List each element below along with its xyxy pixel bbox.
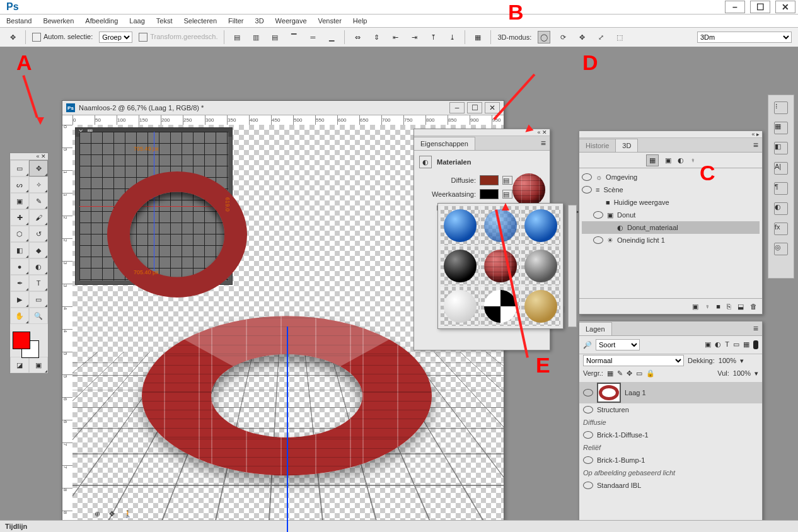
lock-position-icon[interactable]: ✥ (627, 369, 632, 378)
material-blue-shiny[interactable] (521, 206, 560, 245)
distribute-v-icon[interactable]: ⇕ (370, 31, 383, 43)
vis-env[interactable] (582, 173, 592, 181)
align-top-icon[interactable]: ▔ (287, 31, 300, 43)
lasso-tool[interactable]: ᔕ (10, 176, 29, 193)
filter-toggle[interactable] (753, 340, 758, 349)
diffuse-swatch[interactable] (480, 175, 499, 185)
layer1-thumb[interactable] (597, 383, 621, 403)
auto-align-icon[interactable]: ▦ (471, 31, 484, 43)
vis-structures[interactable] (583, 406, 593, 413)
window-close[interactable]: ✕ (775, 1, 795, 13)
blend-mode-select[interactable]: Normaal (583, 355, 684, 366)
distribute-left-icon[interactable]: ⇤ (389, 31, 402, 43)
menu-filter[interactable]: Filter (228, 17, 243, 25)
reflection-swatch[interactable] (480, 189, 499, 199)
color-swatch[interactable] (10, 329, 45, 357)
quick-select-tool[interactable]: ✧ (29, 176, 48, 193)
dock-character-icon[interactable]: A| (774, 162, 788, 175)
tex1-name[interactable]: Brick-1-Diffuse-1 (597, 431, 649, 439)
material-blue-plastic[interactable] (441, 206, 480, 245)
heal-tool[interactable]: ✚ (10, 209, 29, 226)
foreground-color[interactable] (13, 332, 30, 349)
quickmask-toggle[interactable]: ◪ (10, 357, 29, 373)
structures-label[interactable]: Structuren (597, 406, 629, 413)
filter-pixel-icon[interactable]: ▣ (705, 340, 711, 349)
menu-3d[interactable]: 3D (255, 17, 264, 25)
tree-light[interactable]: Oneindig licht 1 (617, 236, 665, 244)
align-middle-icon[interactable]: ═ (306, 31, 319, 43)
workspace-select[interactable]: 3Dm (697, 32, 792, 43)
material-white[interactable] (441, 287, 480, 326)
panel-menu-icon[interactable]: ≡ (537, 138, 550, 148)
lock-paint-icon[interactable]: ✎ (617, 369, 623, 378)
tree-mesh[interactable]: Donut (617, 211, 635, 219)
filter-all-icon[interactable]: ▦ (646, 154, 659, 166)
ruler-vertical[interactable]: 05112233445566778899 (62, 125, 73, 532)
menu-weergave[interactable]: Weergave (275, 17, 307, 25)
menu-bestand[interactable]: Bestand (6, 17, 32, 25)
3d-camera-pan-icon[interactable]: ✥ (109, 510, 115, 518)
menu-help[interactable]: Help (353, 17, 367, 25)
vis-light[interactable] (593, 236, 603, 244)
tree-material[interactable]: Donut_materiaal (627, 224, 678, 231)
dock-styles-icon[interactable]: fx (774, 223, 788, 235)
diffuse-texture-icon[interactable]: ▤ (502, 176, 512, 185)
align-right-icon[interactable]: ▤ (269, 31, 281, 43)
layer-filter-type[interactable]: Soort (596, 339, 640, 350)
3d-camera-orbit-icon[interactable]: ⊕ (95, 510, 100, 518)
type-tool[interactable]: T (29, 275, 48, 291)
menu-tekst[interactable]: Tekst (156, 17, 173, 25)
3d-trash-icon[interactable]: 🗑 (750, 303, 757, 310)
tree-env[interactable]: Omgeving (606, 173, 637, 181)
tex2-name[interactable]: Brick-1-Bump-1 (597, 456, 645, 464)
lock-artboard-icon[interactable]: ▭ (636, 369, 642, 378)
brush-tool[interactable]: 🖌 (29, 209, 48, 226)
layer-opacity-value[interactable]: 100% (719, 357, 736, 364)
menu-laag[interactable]: Laag (129, 17, 144, 25)
material-grey[interactable] (521, 246, 560, 286)
stamp-tool[interactable]: ⬡ (10, 226, 29, 242)
3d-pan-icon[interactable]: ✥ (575, 31, 588, 43)
doc-minimize[interactable]: – (449, 102, 465, 113)
ibl-name[interactable]: Standaard IBL (597, 482, 641, 489)
menu-bewerken[interactable]: Bewerken (43, 17, 74, 25)
pen-tool[interactable]: ✒ (10, 275, 29, 291)
secondary-3d-view[interactable]: ✕▦ 705.40 px 705.40 px 619.0 (75, 127, 233, 285)
doc-maximize[interactable]: ☐ (467, 102, 482, 113)
dock-paragraph-icon[interactable]: ¶ (774, 182, 788, 195)
vis-ibl[interactable] (583, 482, 593, 489)
dodge-tool[interactable]: ◐ (29, 258, 48, 275)
crop-tool[interactable]: ▣ (10, 193, 29, 209)
dock-brushes-icon[interactable]: ⫶ (774, 101, 788, 114)
3d-camera-walk-icon[interactable]: 🚶 (124, 510, 132, 518)
dock-color-icon[interactable]: ◧ (774, 142, 788, 154)
filter-light-icon[interactable]: ♀ (690, 156, 695, 164)
reflection-texture-icon[interactable]: ▤ (502, 190, 512, 199)
material-black[interactable] (441, 246, 480, 286)
eyedropper-tool[interactable]: ✎ (29, 193, 48, 209)
history-brush-tool[interactable]: ↺ (29, 226, 48, 242)
dock-adjustments-icon[interactable]: ◐ (774, 202, 788, 215)
marquee-tool[interactable]: ▭ (10, 160, 29, 176)
window-maximize[interactable]: ☐ (750, 1, 770, 13)
bucket-tool[interactable]: ◆ (29, 242, 48, 258)
dock-cc-icon[interactable]: ◎ (774, 243, 788, 255)
tree-scene[interactable]: Scène (603, 186, 623, 194)
filter-smart-icon[interactable]: ▦ (743, 340, 749, 349)
shape-tool[interactable]: ▭ (29, 291, 48, 308)
filter-mesh-icon[interactable]: ▣ (665, 156, 671, 165)
blur-tool[interactable]: ● (10, 258, 29, 275)
doc-close[interactable]: ✕ (485, 102, 500, 113)
distribute-top-icon[interactable]: ⤒ (427, 31, 439, 43)
tab-3d[interactable]: 3D (616, 139, 638, 152)
align-center-h-icon[interactable]: ▥ (250, 31, 262, 43)
menu-afbeelding[interactable]: Afbeelding (85, 17, 118, 25)
3d-camera-icon[interactable]: ■ (716, 303, 720, 310)
tab-eigenschappen[interactable]: Eigenschappen (414, 137, 475, 150)
3d-slide-icon[interactable]: ⤢ (594, 31, 607, 43)
filter-adjust-icon[interactable]: ◐ (715, 340, 721, 349)
distribute-bottom-icon[interactable]: ⤓ (446, 31, 458, 43)
align-bottom-icon[interactable]: ▁ (325, 31, 338, 43)
3d-roll-icon[interactable]: ⟳ (557, 31, 569, 43)
align-left-icon[interactable]: ▤ (231, 31, 243, 43)
